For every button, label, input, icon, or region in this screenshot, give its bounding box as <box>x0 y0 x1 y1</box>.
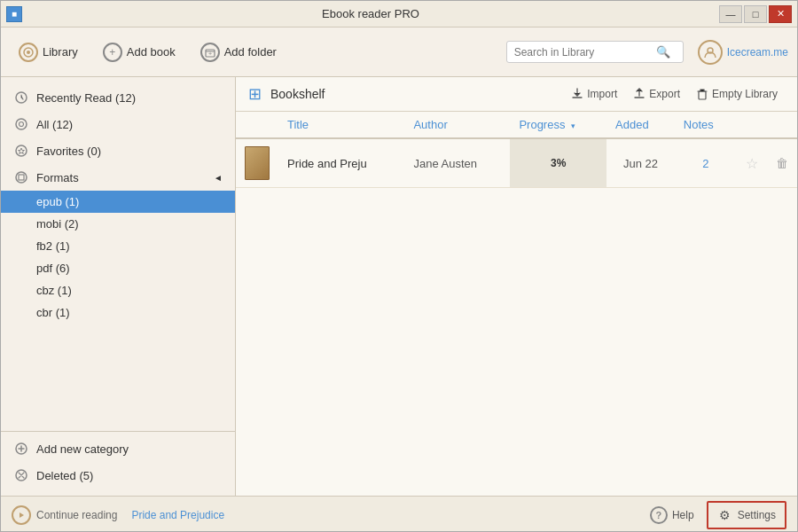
export-button[interactable]: Export <box>626 84 687 104</box>
close-button[interactable]: ✕ <box>769 5 792 23</box>
svg-rect-10 <box>19 175 24 180</box>
col-progress[interactable]: Progress ▾ <box>510 112 606 138</box>
account-icon <box>698 40 723 65</box>
play-icon <box>12 505 31 525</box>
add-folder-label: Add folder <box>224 45 277 59</box>
svg-point-1 <box>27 51 30 54</box>
book-delete-cell: 🗑 <box>767 138 797 188</box>
sidebar-item-cbr[interactable]: cbr (1) <box>1 301 235 324</box>
deleted-label: Deleted (5) <box>36 469 223 482</box>
toolbar: Library + Add book + Add folder 🔍 Icecre… <box>1 27 797 77</box>
search-input[interactable] <box>514 46 656 59</box>
book-table: Title Author Progress ▾ Added Notes <box>236 112 797 188</box>
empty-library-label: Empty Library <box>712 88 778 100</box>
delete-button[interactable]: 🗑 <box>776 156 788 170</box>
bookshelf-title: Bookshelf <box>270 87 325 101</box>
add-category-label: Add new category <box>36 442 223 456</box>
sidebar-bottom: Add new category Deleted (5) <box>1 431 235 489</box>
help-icon: ? <box>650 506 668 524</box>
main-layout: Recently Read (12) All (12) Favorites (0… <box>1 77 797 496</box>
svg-marker-14 <box>20 512 24 518</box>
svg-point-7 <box>20 122 24 127</box>
content-header: ⊞ Bookshelf Import Export Empty Library <box>236 77 797 112</box>
account-button[interactable]: Icecream.me <box>698 40 788 65</box>
sidebar-item-pdf[interactable]: pdf (6) <box>1 257 235 279</box>
book-added-cell: Jun 22 <box>606 138 675 188</box>
sidebar-item-epub[interactable]: epub (1) <box>1 191 235 213</box>
book-notes-cell[interactable]: 2 <box>675 138 737 188</box>
recently-read-label: Recently Read (12) <box>36 91 223 105</box>
add-book-label: Add book <box>127 45 176 59</box>
import-label: Import <box>587 88 617 100</box>
status-bar: Continue reading Pride and Prejudice ? H… <box>1 496 797 532</box>
add-category-icon <box>13 441 29 457</box>
search-box[interactable]: 🔍 <box>506 41 684 63</box>
sidebar-item-deleted[interactable]: Deleted (5) <box>1 462 235 489</box>
col-delete <box>767 112 797 138</box>
all-icon <box>13 116 29 132</box>
window-controls: — □ ✕ <box>719 5 792 23</box>
table-row: Pride and Preju Jane Austen 3% Jun 22 2 … <box>236 138 797 188</box>
col-added[interactable]: Added <box>606 112 675 138</box>
window-title: Ebook reader PRO <box>22 7 719 20</box>
formats-label: Formats <box>36 171 207 184</box>
sidebar-item-mobi[interactable]: mobi (2) <box>1 213 235 235</box>
empty-library-button[interactable]: Empty Library <box>689 84 785 104</box>
deleted-icon <box>13 467 29 483</box>
sidebar-item-fb2[interactable]: fb2 (1) <box>1 235 235 257</box>
book-author-cell: Jane Austen <box>404 138 510 188</box>
col-favorite <box>737 112 767 138</box>
col-title[interactable]: Title <box>278 112 404 138</box>
help-label: Help <box>672 509 694 521</box>
notes-link[interactable]: 2 <box>702 157 708 170</box>
favorite-button[interactable]: ☆ <box>746 155 758 172</box>
sidebar-item-all[interactable]: All (12) <box>1 111 235 137</box>
sidebar: Recently Read (12) All (12) Favorites (0… <box>1 77 236 496</box>
minimize-button[interactable]: — <box>719 5 742 23</box>
sidebar-item-formats[interactable]: Formats ◄ <box>1 164 235 191</box>
export-label: Export <box>649 88 680 100</box>
continue-reading-button[interactable]: Continue reading Pride and Prejudice <box>12 505 224 525</box>
grid-view-icon[interactable]: ⊞ <box>248 84 262 104</box>
col-author[interactable]: Author <box>404 112 510 138</box>
content-area: ⊞ Bookshelf Import Export Empty Library <box>236 77 797 496</box>
gear-icon: ⚙ <box>717 507 733 523</box>
col-notes[interactable]: Notes <box>675 112 737 138</box>
library-button[interactable]: Library <box>10 37 87 67</box>
book-progress-cell: 3% <box>510 138 606 188</box>
sidebar-item-add-category[interactable]: Add new category <box>1 435 235 462</box>
add-folder-button[interactable]: + Add folder <box>192 37 286 67</box>
sidebar-item-favorites[interactable]: Favorites (0) <box>1 137 235 164</box>
title-bar: ■ Ebook reader PRO — □ ✕ <box>1 1 797 27</box>
app-icon: ■ <box>6 6 22 22</box>
library-label: Library <box>43 45 78 59</box>
import-button[interactable]: Import <box>564 84 624 104</box>
recently-read-icon <box>13 90 29 106</box>
col-cover <box>236 112 278 138</box>
help-button[interactable]: ? Help <box>641 502 703 528</box>
sidebar-item-cbz[interactable]: cbz (1) <box>1 279 235 301</box>
content-actions: Import Export Empty Library <box>564 84 785 104</box>
continue-label: Continue reading <box>36 509 117 521</box>
settings-button[interactable]: ⚙ Settings <box>707 501 786 529</box>
book-cover <box>245 146 270 180</box>
svg-point-9 <box>16 172 27 183</box>
sidebar-item-recently-read[interactable]: Recently Read (12) <box>1 84 235 111</box>
formats-arrow: ◄ <box>214 173 223 183</box>
add-folder-icon: + <box>200 43 220 62</box>
library-icon <box>19 43 38 62</box>
svg-point-6 <box>16 119 27 129</box>
account-label: Icecream.me <box>727 46 788 59</box>
favorites-label: Favorites (0) <box>36 145 223 158</box>
book-title-cell: Pride and Preju <box>278 138 404 188</box>
sort-indicator: ▾ <box>571 121 575 130</box>
svg-rect-13 <box>699 91 706 99</box>
continue-title: Pride and Prejudice <box>131 509 224 521</box>
maximize-button[interactable]: □ <box>744 5 767 23</box>
settings-label: Settings <box>738 509 776 521</box>
favorites-icon <box>13 143 29 159</box>
add-book-button[interactable]: + Add book <box>94 37 184 67</box>
formats-icon <box>13 169 29 185</box>
status-right: ? Help ⚙ Settings <box>641 501 786 529</box>
search-icon: 🔍 <box>656 45 670 59</box>
